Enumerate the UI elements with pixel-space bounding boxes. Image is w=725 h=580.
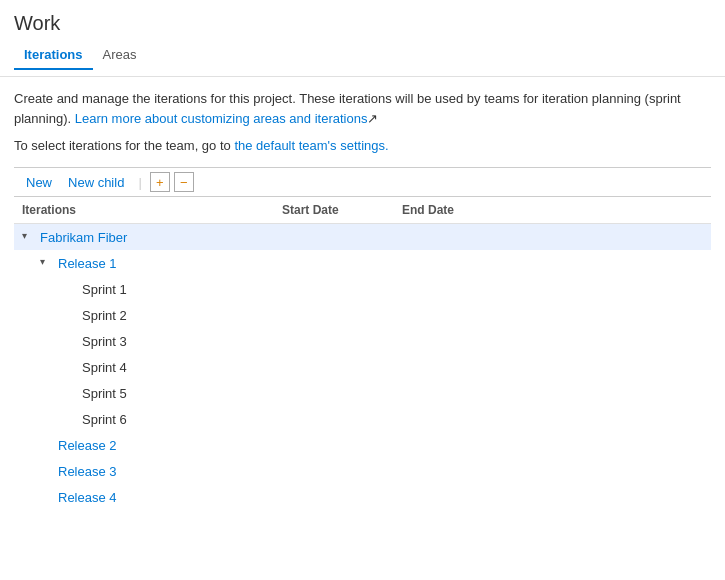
row-label-sprint6[interactable]: Sprint 6 — [82, 412, 127, 427]
row-label-fabrikam[interactable]: Fabrikam Fiber — [40, 230, 127, 245]
tree-row-release1[interactable]: Release 1 — [14, 250, 711, 276]
select-info: To select iterations for the team, go to… — [14, 138, 711, 153]
toolbar-separator: | — [134, 175, 145, 190]
tree-row-fabrikam[interactable]: Fabrikam Fiber — [14, 224, 711, 250]
expand-all-button[interactable]: + — [150, 172, 170, 192]
col-header-end: End Date — [402, 203, 522, 217]
tree-row-sprint2[interactable]: Sprint 2 — [14, 302, 711, 328]
expand-icon: + — [156, 175, 164, 190]
tree-container: Fabrikam FiberRelease 1Sprint 1Sprint 2S… — [14, 224, 711, 510]
table-header-row: Iterations Start Date End Date — [14, 197, 711, 224]
collapse-icon: − — [180, 175, 188, 190]
tree-row-release3[interactable]: Release 3 — [14, 458, 711, 484]
tab-iterations[interactable]: Iterations — [14, 41, 93, 70]
col-header-start: Start Date — [282, 203, 402, 217]
tab-areas[interactable]: Areas — [93, 41, 147, 70]
new-child-button[interactable]: New child — [62, 173, 130, 192]
tree-row-sprint3[interactable]: Sprint 3 — [14, 328, 711, 354]
row-label-sprint5[interactable]: Sprint 5 — [82, 386, 127, 401]
tree-row-sprint5[interactable]: Sprint 5 — [14, 380, 711, 406]
row-label-sprint4[interactable]: Sprint 4 — [82, 360, 127, 375]
collapse-all-button[interactable]: − — [174, 172, 194, 192]
row-label-release1[interactable]: Release 1 — [58, 256, 117, 271]
default-team-link[interactable]: the default team's settings. — [234, 138, 388, 153]
select-prefix: To select iterations for the team, go to — [14, 138, 234, 153]
chevron-release1 — [40, 256, 54, 270]
row-label-sprint2[interactable]: Sprint 2 — [82, 308, 127, 323]
row-label-release2[interactable]: Release 2 — [58, 438, 117, 453]
row-label-release3[interactable]: Release 3 — [58, 464, 117, 479]
row-label-sprint3[interactable]: Sprint 3 — [82, 334, 127, 349]
page-title: Work — [14, 12, 711, 35]
tree-row-release4[interactable]: Release 4 — [14, 484, 711, 510]
tree-row-sprint6[interactable]: Sprint 6 — [14, 406, 711, 432]
toolbar: New New child | + − — [14, 167, 711, 197]
tree-row-release2[interactable]: Release 2 — [14, 432, 711, 458]
chevron-fabrikam — [22, 230, 36, 244]
description-text: Create and manage the iterations for thi… — [14, 89, 711, 128]
page-header: Work Iterations Areas — [0, 0, 725, 77]
learn-more-link[interactable]: Learn more about customizing areas and i… — [75, 111, 368, 126]
tabs-bar: Iterations Areas — [14, 41, 711, 70]
main-content: Create and manage the iterations for thi… — [0, 77, 725, 522]
row-label-release4[interactable]: Release 4 — [58, 490, 117, 505]
tree-row-sprint1[interactable]: Sprint 1 — [14, 276, 711, 302]
tree-row-sprint4[interactable]: Sprint 4 — [14, 354, 711, 380]
iterations-table: Iterations Start Date End Date Fabrikam … — [14, 197, 711, 510]
new-button[interactable]: New — [20, 173, 58, 192]
col-header-iterations: Iterations — [22, 203, 282, 217]
row-label-sprint1[interactable]: Sprint 1 — [82, 282, 127, 297]
